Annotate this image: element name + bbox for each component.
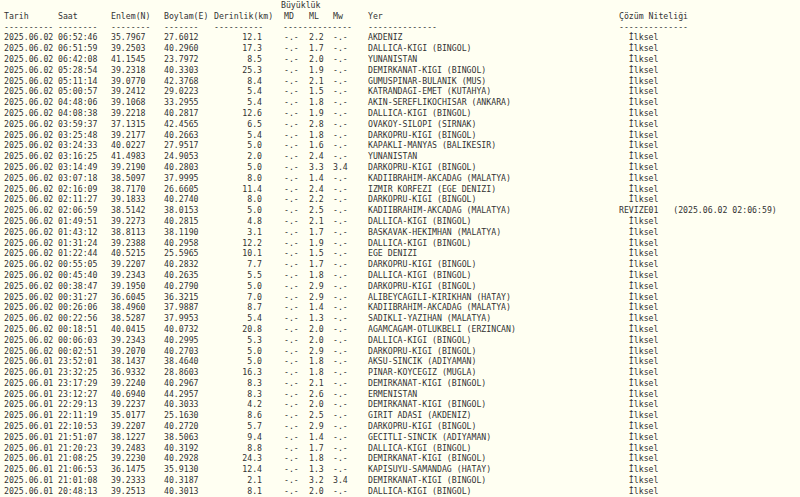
cell-mw-magnitude: -.-	[333, 421, 348, 432]
cell-date: 2025.06.01	[4, 475, 53, 486]
cell-depth: 12.6	[214, 108, 262, 119]
cell-depth: 5.4	[214, 97, 262, 108]
cell-depth: 5.7	[214, 421, 262, 432]
cell-solution-quality: İlksel	[619, 259, 658, 270]
cell-location: KATRANDAGI-EMET (KUTAHYA)	[368, 86, 491, 97]
underline-solution-quality: --------------	[619, 22, 688, 33]
cell-md-magnitude: -.-	[284, 140, 299, 151]
cell-md-magnitude: -.-	[284, 443, 299, 454]
cell-time: 23:52:01	[58, 356, 97, 367]
cell-date: 2025.06.02	[4, 248, 53, 259]
cell-solution-quality: İlksel	[619, 270, 658, 281]
cell-md-magnitude: -.-	[284, 194, 299, 205]
cell-longitude: 44.2957	[164, 389, 199, 400]
cell-depth: 25.3	[214, 65, 262, 76]
cell-solution-quality: İlksel	[619, 367, 658, 378]
earthquake-row: 2025.06.02 04:08:38 39.2218 40.2817 12.6…	[0, 108, 800, 119]
cell-latitude: 39.0770	[111, 76, 146, 87]
cell-depth: 5.0	[214, 356, 262, 367]
cell-mw-magnitude: -.-	[333, 216, 348, 227]
cell-mw-magnitude: -.-	[333, 151, 348, 162]
earthquake-row: 2025.06.02 06:42:08 41.1545 23.7972 8.5 …	[0, 54, 800, 65]
cell-md-magnitude: -.-	[284, 248, 299, 259]
cell-longitude: 33.2955	[164, 97, 199, 108]
cell-depth: 12.1	[214, 32, 262, 43]
cell-latitude: 40.6940	[111, 389, 146, 400]
cell-md-magnitude: -.-	[284, 389, 299, 400]
cell-depth: 8.7	[214, 302, 262, 313]
cell-ml-magnitude: 2.8	[309, 119, 324, 130]
magnitude-group-label: Büyüklük	[281, 0, 320, 11]
cell-location: DEMIRKANAT-KIGI (BINGOL)	[368, 65, 486, 76]
cell-longitude: 27.6012	[164, 32, 199, 43]
cell-latitude: 39.2230	[111, 453, 146, 464]
cell-longitude: 42.3768	[164, 76, 199, 87]
cell-ml-magnitude: 2.0	[309, 486, 324, 497]
cell-md-magnitude: -.-	[284, 302, 299, 313]
cell-ml-magnitude: 2.4	[309, 184, 324, 195]
cell-latitude: 36.9332	[111, 367, 146, 378]
cell-depth: 8.0	[214, 173, 262, 184]
cell-md-magnitude: -.-	[284, 43, 299, 54]
cell-mw-magnitude: 3.4	[333, 475, 348, 486]
cell-latitude: 39.2343	[111, 270, 146, 281]
cell-location: YUNANISTAN	[368, 151, 417, 162]
cell-solution-quality: İlksel	[619, 464, 658, 475]
cell-time: 00:02:51	[58, 346, 97, 357]
earthquake-row: 2025.06.02 03:25:48 39.2177 40.2663 5.4 …	[0, 130, 800, 141]
cell-ml-magnitude: 2.0	[309, 399, 324, 410]
underline-magnitude: --------------	[283, 22, 352, 33]
cell-solution-quality: İlksel	[619, 173, 658, 184]
cell-location: SADIKLI-YAZIHAN (MALATYA)	[368, 313, 491, 324]
cell-longitude: 40.2967	[164, 378, 199, 389]
cell-md-magnitude: -.-	[284, 410, 299, 421]
cell-md-magnitude: -.-	[284, 205, 299, 216]
header-date: Tarih	[4, 11, 29, 22]
cell-location: DEMIRKANAT-KIGI (BINGOL)	[368, 399, 486, 410]
cell-ml-magnitude: 1.7	[309, 227, 324, 238]
cell-time: 03:14:49	[58, 162, 97, 173]
cell-longitude: 26.6605	[164, 184, 199, 195]
cell-latitude: 38.5142	[111, 205, 146, 216]
cell-ml-magnitude: 1.3	[309, 464, 324, 475]
earthquake-row: 2025.06.02 03:07:18 38.5097 37.9995 8.0 …	[0, 173, 800, 184]
cell-latitude: 38.7170	[111, 184, 146, 195]
cell-latitude: 39.2333	[111, 475, 146, 486]
cell-mw-magnitude: -.-	[333, 378, 348, 389]
cell-longitude: 37.9887	[164, 302, 199, 313]
earthquake-row: 2025.06.02 01:22:44 40.5215 25.5965 10.1…	[0, 248, 800, 259]
cell-md-magnitude: -.-	[284, 486, 299, 497]
cell-ml-magnitude: 1.7	[309, 43, 324, 54]
cell-longitude: 40.3187	[164, 475, 199, 486]
cell-solution-quality: İlksel	[619, 356, 658, 367]
cell-latitude: 39.2343	[111, 335, 146, 346]
cell-latitude: 41.4983	[111, 151, 146, 162]
cell-longitude: 37.9953	[164, 313, 199, 324]
underline-time: --------	[58, 22, 97, 33]
cell-location: AGAMCAGAM-OTLUKBELI (ERZINCAN)	[368, 324, 516, 335]
cell-md-magnitude: -.-	[284, 173, 299, 184]
cell-longitude: 40.2635	[164, 270, 199, 281]
cell-mw-magnitude: -.-	[333, 248, 348, 259]
cell-time: 00:06:03	[58, 335, 97, 346]
cell-md-magnitude: -.-	[284, 162, 299, 173]
cell-time: 21:06:53	[58, 464, 97, 475]
cell-md-magnitude: -.-	[284, 119, 299, 130]
cell-ml-magnitude: 1.4	[309, 432, 324, 443]
cell-depth: 17.3	[214, 43, 262, 54]
cell-depth: 5.0	[214, 205, 262, 216]
cell-latitude: 38.8113	[111, 227, 146, 238]
cell-longitude: 40.3192	[164, 443, 199, 454]
cell-mw-magnitude: -.-	[333, 292, 348, 303]
earthquake-row: 2025.06.02 01:43:12 38.8113 38.1190 3.1 …	[0, 227, 800, 238]
cell-date: 2025.06.02	[4, 194, 53, 205]
cell-depth: 4.2	[214, 399, 262, 410]
cell-location: PINAR-KOYCEGIZ (MUGLA)	[368, 367, 476, 378]
cell-latitude: 39.2190	[111, 162, 146, 173]
cell-ml-magnitude: 2.9	[309, 421, 324, 432]
header-depth: Derinlik(km)	[214, 11, 273, 22]
cell-solution-quality: İlksel	[619, 399, 658, 410]
cell-longitude: 40.2832	[164, 259, 199, 270]
cell-ml-magnitude: 2.9	[309, 281, 324, 292]
cell-md-magnitude: -.-	[284, 421, 299, 432]
